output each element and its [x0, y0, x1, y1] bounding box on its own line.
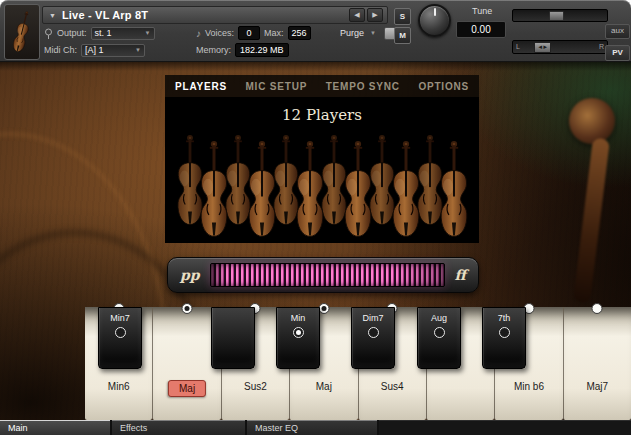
- kontakt-header: ▼ Live - VL Arp 8T ◀ ▶ Output: st. 1 ▼ M…: [0, 0, 631, 62]
- memory-label: Memory:: [196, 45, 231, 55]
- output-jack-icon: [44, 28, 53, 39]
- memory-value: 182.29 MB: [235, 43, 289, 57]
- black-key-dim7[interactable]: Dim7: [351, 307, 395, 369]
- bottom-tab-effects[interactable]: Effects: [112, 420, 245, 435]
- tune-label: Tune: [472, 6, 492, 16]
- white-key-label: Maj7: [586, 381, 608, 392]
- pan-left-label: L: [516, 43, 520, 50]
- white-key-radio-maj-1[interactable]: [182, 303, 193, 314]
- voices-value: 0: [238, 26, 260, 40]
- violin-image: [289, 139, 331, 241]
- white-key-label: Maj: [168, 380, 206, 397]
- instrument-thumbnail: [4, 4, 40, 60]
- violin-image: [337, 139, 379, 241]
- violin-image: [433, 139, 475, 241]
- tab-options[interactable]: OPTIONS: [418, 81, 469, 92]
- ff-label: ff: [455, 267, 467, 283]
- white-key-label: Min b6: [514, 381, 544, 392]
- mute-button[interactable]: M: [394, 27, 411, 44]
- voices-note-icon: ♪: [196, 28, 201, 39]
- midi-channel-label: Midi Ch:: [44, 45, 77, 55]
- bottom-tab-bar: Main Effects Master EQ: [0, 420, 631, 435]
- violin-icon: [9, 8, 36, 57]
- black-key-label: Dim7: [352, 313, 394, 323]
- bottom-tab-main[interactable]: Main: [0, 420, 110, 435]
- white-key-radio-maj7-7[interactable]: [592, 303, 603, 314]
- app-window: ▼ Live - VL Arp 8T ◀ ▶ Output: st. 1 ▼ M…: [0, 0, 631, 435]
- black-key-7th[interactable]: 7th: [482, 307, 526, 369]
- prev-instrument-button[interactable]: ◀: [349, 8, 365, 22]
- tab-mic-setup[interactable]: MIC SETUP: [245, 81, 307, 92]
- pan-right-label: R: [599, 43, 604, 50]
- white-key-label: Sus2: [244, 381, 267, 392]
- pan-slider[interactable]: L ◄► R: [512, 40, 608, 54]
- next-instrument-button[interactable]: ▶: [367, 8, 383, 22]
- purge-button[interactable]: Purge ▼: [340, 28, 376, 38]
- black-key-label: Min: [277, 313, 319, 323]
- instrument-title-bar[interactable]: ▼ Live - VL Arp 8T ◀ ▶: [42, 6, 388, 24]
- output-label: Output:: [57, 28, 87, 38]
- volume-slider[interactable]: [512, 9, 608, 22]
- pan-slider-handle[interactable]: ◄►: [534, 42, 551, 53]
- players-panel: 12 Players: [165, 97, 479, 243]
- white-key-label: Sus4: [381, 381, 404, 392]
- solo-button[interactable]: S: [394, 8, 411, 25]
- bottom-tab-master-eq[interactable]: Master EQ: [247, 420, 377, 435]
- purge-caret-icon: ▼: [370, 30, 376, 36]
- tune-knob[interactable]: [418, 4, 451, 37]
- black-key-min[interactable]: Min: [276, 307, 320, 369]
- violin-scroll-decoration: [561, 98, 625, 328]
- max-voices-value: 256: [288, 26, 311, 40]
- dropdown-caret-icon: ▼: [145, 30, 151, 36]
- dynamics-led-strip[interactable]: [210, 263, 445, 287]
- page-tab-bar: PLAYERS MIC SETUP TEMPO SYNC OPTIONS: [165, 75, 479, 97]
- white-key-label: Maj: [316, 381, 332, 392]
- black-key-radio-min[interactable]: [293, 327, 304, 338]
- bottom-bar-filler: [379, 420, 631, 435]
- output-value: st. 1: [95, 28, 112, 38]
- midi-channel-value: [A] 1: [85, 45, 104, 55]
- violin-image: [385, 139, 427, 241]
- tab-players[interactable]: PLAYERS: [175, 81, 227, 92]
- tab-tempo-sync[interactable]: TEMPO SYNC: [326, 81, 400, 92]
- black-key-radio-7th[interactable]: [499, 327, 510, 338]
- voices-label: Voices:: [205, 28, 234, 38]
- black-key-label: Min7: [99, 313, 141, 323]
- players-count-title: 12 Players: [165, 106, 479, 124]
- violin-row: [165, 135, 479, 241]
- violin-image: [241, 139, 283, 241]
- volume-slider-handle[interactable]: [549, 11, 564, 21]
- black-key-radio-dim7[interactable]: [368, 327, 379, 338]
- instrument-menu-caret-icon[interactable]: ▼: [49, 12, 56, 19]
- pp-label: pp: [180, 267, 200, 283]
- tune-value[interactable]: 0.00: [456, 21, 506, 38]
- black-key-label: Aug: [418, 313, 460, 323]
- instrument-panel: PLAYERS MIC SETUP TEMPO SYNC OPTIONS 12 …: [0, 62, 631, 420]
- aux-button[interactable]: aux: [605, 24, 630, 39]
- output-select[interactable]: st. 1 ▼: [91, 27, 155, 40]
- black-key-radio-min7[interactable]: [115, 327, 126, 338]
- midi-channel-select[interactable]: [A] 1 ▼: [81, 44, 145, 57]
- violin-image: [193, 139, 235, 241]
- black-key-min7[interactable]: Min7: [98, 307, 142, 369]
- dynamics-meter[interactable]: pp ff: [167, 257, 479, 293]
- black-key-aug[interactable]: Aug: [417, 307, 461, 369]
- black-key-label: 7th: [483, 313, 525, 323]
- max-voices-label: Max:: [264, 28, 284, 38]
- chord-keyboard: Min6MajSus2MajSus4Min b6Maj7 Min7MinDim7…: [85, 307, 631, 420]
- white-key-maj7-7[interactable]: Maj7: [563, 307, 631, 420]
- dropdown-caret-icon: ▼: [135, 47, 141, 53]
- black-key-blank-1[interactable]: [211, 307, 255, 369]
- performance-view-button[interactable]: PV: [605, 45, 630, 61]
- instrument-title: Live - VL Arp 8T: [62, 9, 349, 21]
- black-key-radio-aug[interactable]: [434, 327, 445, 338]
- white-key-label: Min6: [108, 381, 130, 392]
